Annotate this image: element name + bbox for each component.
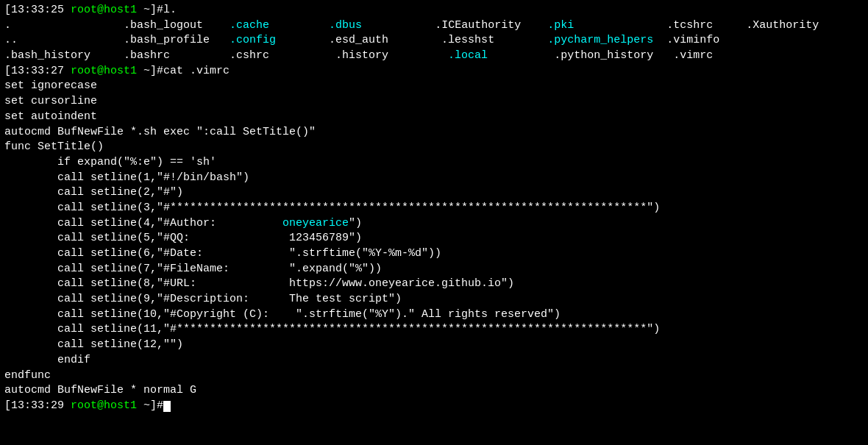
terminal-line: [13:33:27 root@host1 ~]#cat .vimrc [4, 64, 864, 79]
terminal-line: call setline(3,"#***********************… [4, 201, 864, 216]
terminal-line: func SetTitle() [4, 140, 864, 155]
terminal-line: call setline(8,"#URL: https://www.oneyea… [4, 277, 864, 292]
terminal-line: set ignorecase [4, 79, 864, 94]
terminal-line: .bash_history .bashrc .cshrc .history .l… [4, 49, 864, 64]
terminal-line: call setline(2,"#") [4, 185, 864, 201]
terminal-line: if expand("%:e") == 'sh' [4, 155, 864, 171]
terminal-line: call setline(4,"#Author: oneyearice") [4, 216, 864, 232]
terminal-line: autocmd BufNewFile *.sh exec ":call SetT… [4, 125, 864, 140]
terminal-line: call setline(12,"") [4, 338, 864, 353]
terminal-line: call setline(9,"#Description: The test s… [4, 292, 864, 307]
terminal-line: set autoindent [4, 110, 864, 125]
terminal-window: [13:33:25 root@host1 ~]#l.. .bash_logout… [4, 3, 864, 414]
terminal-line: [13:33:29 root@host1 ~]# [4, 399, 864, 414]
terminal-line: . .bash_logout .cache .dbus .ICEauthorit… [4, 18, 864, 34]
terminal-line: call setline(6,"#Date: ".strftime("%Y-%m… [4, 246, 864, 262]
terminal-line: set cursorline [4, 94, 864, 110]
terminal-line: endif [4, 353, 864, 369]
terminal-line: call setline(10,"#Copyright (C): ".strft… [4, 307, 864, 323]
terminal-line: endfunc [4, 369, 864, 384]
terminal-line: call setline(5,"#QQ: 123456789") [4, 231, 864, 246]
terminal-line: .. .bash_profile .config .esd_auth .less… [4, 33, 864, 49]
terminal-line: call setline(1,"#!/bin/bash") [4, 171, 864, 186]
terminal-line: call setline(7,"#FileName: ".expand("%")… [4, 262, 864, 277]
terminal-line: [13:33:25 root@host1 ~]#l. [4, 3, 864, 18]
terminal-line: call setline(11,"#**********************… [4, 322, 864, 338]
terminal-cursor [163, 401, 171, 412]
terminal-line: autocmd BufNewFile * normal G [4, 383, 864, 399]
